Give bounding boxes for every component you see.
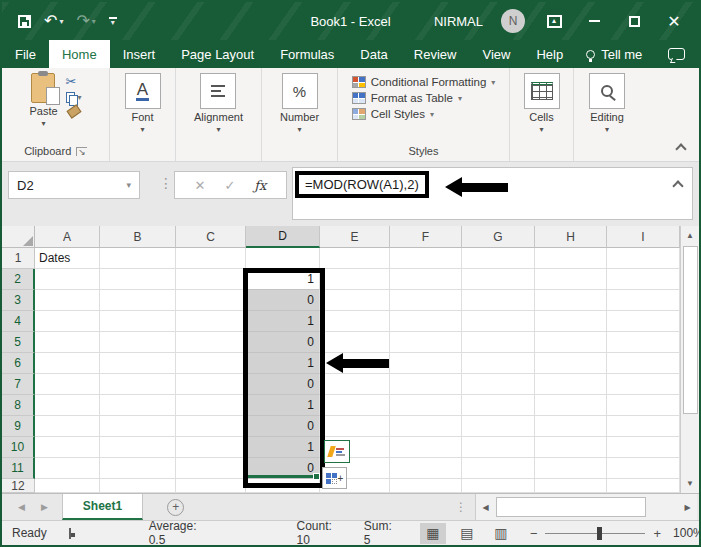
cell[interactable] bbox=[176, 269, 246, 290]
scroll-down-button[interactable]: ▼ bbox=[681, 474, 699, 493]
cell-D9[interactable]: 0 bbox=[246, 416, 320, 437]
cell[interactable] bbox=[535, 458, 607, 479]
cell[interactable] bbox=[35, 332, 100, 353]
cell[interactable] bbox=[100, 416, 176, 437]
cell[interactable] bbox=[320, 311, 390, 332]
cell[interactable] bbox=[100, 290, 176, 311]
vertical-scroll-thumb[interactable] bbox=[683, 246, 698, 414]
cell[interactable] bbox=[176, 479, 246, 493]
cell[interactable] bbox=[607, 479, 680, 493]
cell[interactable] bbox=[176, 353, 246, 374]
cell[interactable] bbox=[535, 269, 607, 290]
cell[interactable] bbox=[176, 374, 246, 395]
autofill-options-button[interactable]: + bbox=[322, 467, 347, 489]
row-header-2[interactable]: 2 bbox=[2, 269, 35, 290]
zoom-slider[interactable] bbox=[545, 533, 645, 534]
scroll-right-button[interactable]: ▶ bbox=[678, 494, 697, 520]
cell[interactable] bbox=[390, 248, 462, 269]
new-sheet-button[interactable]: + bbox=[167, 499, 184, 516]
cell[interactable] bbox=[390, 353, 462, 374]
copy-button[interactable]: ▾ bbox=[66, 92, 82, 103]
cell[interactable] bbox=[100, 311, 176, 332]
name-box[interactable]: D2 ▾ bbox=[8, 171, 140, 199]
cell[interactable] bbox=[320, 332, 390, 353]
cell[interactable] bbox=[100, 479, 176, 493]
cell[interactable] bbox=[246, 479, 320, 493]
tab-file[interactable]: File bbox=[2, 40, 49, 68]
cell-D8[interactable]: 1 bbox=[246, 395, 320, 416]
paste-button[interactable]: Paste ▾ bbox=[29, 73, 57, 128]
cell-D10[interactable]: 1 bbox=[246, 437, 320, 458]
tab-formulas[interactable]: Formulas bbox=[267, 40, 347, 68]
zoom-out-button[interactable]: − bbox=[530, 526, 538, 541]
zoom-slider-thumb[interactable] bbox=[597, 527, 602, 540]
cell-D5[interactable]: 0 bbox=[246, 332, 320, 353]
cell[interactable] bbox=[462, 332, 535, 353]
cell[interactable] bbox=[462, 479, 535, 493]
cell[interactable] bbox=[176, 248, 246, 269]
cell[interactable] bbox=[462, 416, 535, 437]
row-header-1[interactable]: 1 bbox=[2, 248, 35, 269]
cell[interactable] bbox=[100, 458, 176, 479]
cell[interactable] bbox=[35, 395, 100, 416]
cell[interactable] bbox=[176, 416, 246, 437]
enter-icon[interactable]: ✓ bbox=[224, 178, 235, 193]
row-header-11[interactable]: 11 bbox=[2, 458, 35, 479]
cell[interactable] bbox=[390, 332, 462, 353]
save-button[interactable] bbox=[18, 15, 31, 28]
number-menu-button[interactable]: % Number ▾ bbox=[280, 73, 319, 134]
cell[interactable] bbox=[100, 374, 176, 395]
conditional-formatting-button[interactable]: Conditional Formatting ▾ bbox=[352, 76, 496, 88]
customize-qat-button[interactable]: ▾ bbox=[109, 17, 117, 25]
cell[interactable] bbox=[35, 353, 100, 374]
cell[interactable] bbox=[35, 458, 100, 479]
tab-help[interactable]: Help bbox=[523, 40, 576, 68]
cell[interactable] bbox=[535, 311, 607, 332]
horizontal-scroll-thumb[interactable] bbox=[496, 497, 646, 517]
cell-D6[interactable]: 1 bbox=[246, 353, 320, 374]
next-sheet-button[interactable]: ▶ bbox=[41, 502, 48, 512]
column-header-E[interactable]: E bbox=[320, 226, 390, 248]
cell[interactable] bbox=[462, 458, 535, 479]
cell[interactable] bbox=[607, 416, 680, 437]
cell[interactable] bbox=[35, 437, 100, 458]
insert-function-icon[interactable]: ƒx bbox=[254, 178, 266, 193]
cell[interactable] bbox=[100, 437, 176, 458]
collapse-ribbon-button[interactable] bbox=[675, 143, 686, 154]
cell[interactable] bbox=[535, 437, 607, 458]
column-header-A[interactable]: A bbox=[35, 226, 100, 248]
undo-button[interactable]: ↶▾ bbox=[44, 13, 63, 29]
row-header-4[interactable]: 4 bbox=[2, 311, 35, 332]
collapse-formula-bar-button[interactable] bbox=[672, 180, 683, 191]
column-header-G[interactable]: G bbox=[462, 226, 535, 248]
cell[interactable] bbox=[390, 290, 462, 311]
cell[interactable] bbox=[100, 269, 176, 290]
row-header-7[interactable]: 7 bbox=[2, 374, 35, 395]
cell[interactable] bbox=[390, 269, 462, 290]
cell[interactable] bbox=[176, 332, 246, 353]
cell[interactable] bbox=[246, 248, 320, 269]
cell-D11[interactable]: 0 bbox=[246, 458, 320, 479]
sheet-tab-sheet1[interactable]: Sheet1 bbox=[62, 494, 143, 520]
maximize-button[interactable] bbox=[623, 9, 645, 33]
format-painter-button[interactable] bbox=[66, 107, 80, 116]
cell[interactable] bbox=[535, 416, 607, 437]
cell-A1[interactable]: Dates bbox=[35, 248, 100, 269]
cell[interactable] bbox=[35, 416, 100, 437]
tab-page-layout[interactable]: Page Layout bbox=[168, 40, 267, 68]
column-header-I[interactable]: I bbox=[607, 226, 680, 248]
cell[interactable] bbox=[35, 269, 100, 290]
status-count[interactable]: Count: 10 bbox=[297, 519, 332, 547]
splitter-dots-icon[interactable]: ⋮ bbox=[447, 500, 475, 514]
clipboard-dialog-launcher[interactable]: ↘ bbox=[76, 147, 87, 156]
cell[interactable] bbox=[607, 437, 680, 458]
format-as-table-button[interactable]: Format as Table ▾ bbox=[352, 92, 462, 104]
cell[interactable] bbox=[100, 353, 176, 374]
tab-insert[interactable]: Insert bbox=[110, 40, 169, 68]
close-button[interactable]: ✕ bbox=[663, 9, 685, 33]
cell[interactable] bbox=[390, 458, 462, 479]
minimize-button[interactable] bbox=[583, 9, 605, 33]
row-header-3[interactable]: 3 bbox=[2, 290, 35, 311]
row-header-10[interactable]: 10 bbox=[2, 437, 35, 458]
cell[interactable] bbox=[35, 290, 100, 311]
